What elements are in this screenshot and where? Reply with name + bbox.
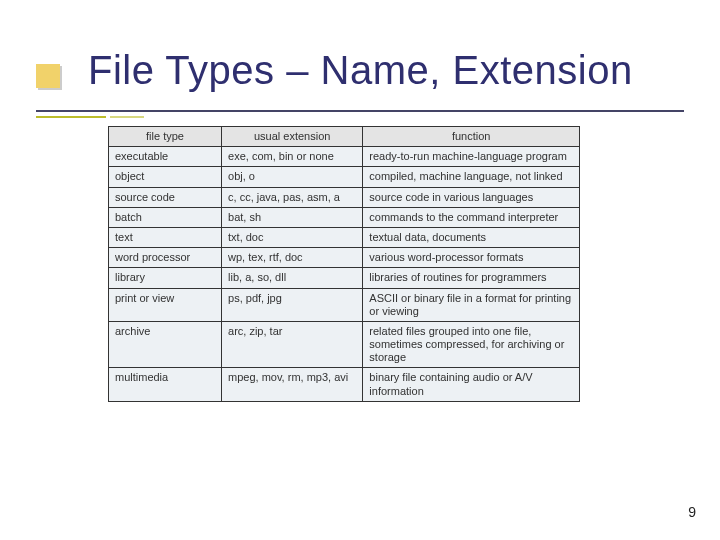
header-function: function [363, 127, 580, 147]
table-row: print or viewps, pdf, jpgASCII or binary… [109, 288, 580, 321]
cell-file-type: text [109, 227, 222, 247]
file-types-table-container: file type usual extension function execu… [108, 126, 580, 402]
table-row: source codec, cc, java, pas, asm, asourc… [109, 187, 580, 207]
cell-file-type: executable [109, 147, 222, 167]
cell-file-type: batch [109, 207, 222, 227]
cell-function: related files grouped into one file, som… [363, 321, 580, 368]
accent-line-2 [110, 116, 144, 118]
cell-extension: arc, zip, tar [222, 321, 363, 368]
file-types-table: file type usual extension function execu… [108, 126, 580, 402]
title-bullet-icon [36, 64, 60, 88]
cell-function: various word-processor formats [363, 248, 580, 268]
cell-extension: mpeg, mov, rm, mp3, avi [222, 368, 363, 401]
cell-extension: wp, tex, rtf, doc [222, 248, 363, 268]
cell-file-type: word processor [109, 248, 222, 268]
cell-extension: obj, o [222, 167, 363, 187]
cell-extension: exe, com, bin or none [222, 147, 363, 167]
table-row: objectobj, ocompiled, machine language, … [109, 167, 580, 187]
table-row: archivearc, zip, tarrelated files groupe… [109, 321, 580, 368]
table-header-row: file type usual extension function [109, 127, 580, 147]
header-file-type: file type [109, 127, 222, 147]
cell-file-type: print or view [109, 288, 222, 321]
cell-extension: c, cc, java, pas, asm, a [222, 187, 363, 207]
cell-function: commands to the command interpreter [363, 207, 580, 227]
cell-function: compiled, machine language, not linked [363, 167, 580, 187]
cell-file-type: multimedia [109, 368, 222, 401]
page-number: 9 [688, 504, 696, 520]
cell-file-type: object [109, 167, 222, 187]
table-row: executableexe, com, bin or noneready-to-… [109, 147, 580, 167]
cell-function: libraries of routines for programmers [363, 268, 580, 288]
cell-extension: lib, a, so, dll [222, 268, 363, 288]
table-row: multimediampeg, mov, rm, mp3, avibinary … [109, 368, 580, 401]
cell-function: ASCII or binary file in a format for pri… [363, 288, 580, 321]
cell-file-type: library [109, 268, 222, 288]
cell-extension: txt, doc [222, 227, 363, 247]
title-underline [36, 110, 684, 112]
cell-function: source code in various languages [363, 187, 580, 207]
cell-file-type: archive [109, 321, 222, 368]
cell-function: ready-to-run machine-language program [363, 147, 580, 167]
slide-title: File Types – Name, Extension [88, 48, 633, 93]
cell-file-type: source code [109, 187, 222, 207]
table-row: texttxt, doctextual data, documents [109, 227, 580, 247]
cell-function: binary file containing audio or A/V info… [363, 368, 580, 401]
table-row: librarylib, a, so, dlllibraries of routi… [109, 268, 580, 288]
table-row: batchbat, shcommands to the command inte… [109, 207, 580, 227]
cell-extension: bat, sh [222, 207, 363, 227]
header-extension: usual extension [222, 127, 363, 147]
cell-function: textual data, documents [363, 227, 580, 247]
table-row: word processorwp, tex, rtf, docvarious w… [109, 248, 580, 268]
cell-extension: ps, pdf, jpg [222, 288, 363, 321]
accent-line [36, 116, 106, 118]
